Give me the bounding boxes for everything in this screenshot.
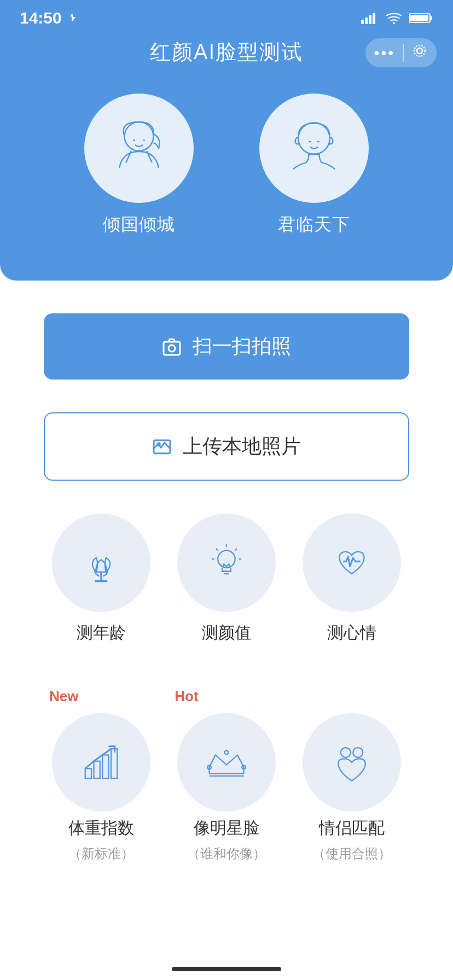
feature-bmi[interactable]: New 体重指数 （新标准） (44, 688, 158, 862)
svg-rect-0 (361, 20, 364, 24)
mood-label: 测心情 (327, 622, 376, 644)
flower-icon (77, 538, 126, 587)
female-avatar (84, 94, 194, 203)
bmi-icon-circle (52, 713, 150, 812)
svg-rect-1 (365, 18, 368, 24)
hero-male[interactable]: 君临天下 (259, 94, 369, 237)
status-icons (361, 12, 433, 24)
mood-icon-circle (303, 514, 401, 612)
feature-age[interactable]: 测年龄 (44, 514, 158, 644)
female-figure-icon (106, 115, 172, 181)
star-label: 像明星脸 (194, 817, 259, 839)
upload-btn-icon (152, 437, 172, 457)
camera-icon (411, 43, 428, 59)
battery-icon (409, 12, 433, 24)
camera-btn-icon (162, 337, 182, 357)
crown-icon (202, 738, 251, 787)
svg-point-13 (298, 122, 330, 154)
hero-section: 倾国倾城 君临天下 (0, 83, 453, 264)
svg-point-18 (169, 345, 175, 352)
male-avatar (259, 94, 369, 203)
curve-separator (0, 264, 453, 281)
feature-beauty[interactable]: 测颜值 (169, 514, 283, 644)
svg-point-9 (414, 45, 425, 56)
couple-label: 情侣匹配 (319, 817, 385, 839)
scan-button[interactable]: 扫一扫拍照 (44, 313, 409, 380)
time-label: 14:50 (20, 9, 62, 27)
header-actions[interactable]: ••• (365, 38, 437, 67)
svg-point-8 (417, 48, 422, 54)
wifi-icon (386, 12, 402, 24)
star-sublabel: （谁和你像） (187, 845, 266, 862)
feature-row-1: 测年龄 测颜值 (44, 514, 409, 644)
hero-female[interactable]: 倾国倾城 (84, 94, 194, 237)
svg-rect-3 (373, 13, 375, 24)
couple-sublabel: （使用合照） (312, 845, 391, 862)
svg-point-34 (225, 751, 229, 755)
feature-couple[interactable]: 情侣匹配 （使用合照） (295, 688, 409, 862)
beauty-icon-circle (177, 514, 276, 612)
more-icon[interactable]: ••• (374, 44, 404, 62)
male-figure-icon (281, 115, 347, 181)
beauty-label: 测颜值 (202, 622, 251, 644)
status-bar: 14:50 (0, 0, 453, 33)
upload-button[interactable]: 上传本地照片 (44, 412, 409, 481)
chart-icon (77, 738, 126, 787)
couple-heart-icon (327, 738, 376, 787)
svg-rect-7 (410, 15, 428, 21)
home-indicator (172, 967, 281, 971)
age-icon-circle (52, 514, 150, 612)
female-label: 倾国倾城 (103, 213, 175, 237)
svg-rect-30 (94, 761, 100, 779)
signal-icon (361, 12, 379, 24)
svg-point-20 (158, 443, 160, 446)
page-title: 红颜AI脸型测试 (150, 38, 303, 66)
status-time: 14:50 (20, 9, 78, 27)
app-header: 红颜AI脸型测试 ••• (0, 33, 453, 83)
svg-point-37 (341, 748, 351, 757)
badge-hot: Hot (169, 688, 198, 708)
feature-row-2: New 体重指数 （新标准） Hot (44, 688, 409, 862)
scan-label: 扫一扫拍照 (193, 333, 291, 360)
badge-new: New (44, 688, 78, 708)
bulb-icon (202, 538, 251, 587)
svg-point-21 (218, 551, 235, 568)
star-icon-circle (177, 713, 276, 812)
upload-label: 上传本地照片 (183, 433, 301, 460)
couple-icon-circle (303, 713, 401, 812)
svg-rect-2 (369, 15, 371, 24)
svg-rect-17 (164, 342, 180, 355)
scan-icon[interactable] (404, 43, 428, 63)
location-icon (66, 12, 78, 24)
bmi-sublabel: （新标准） (68, 845, 134, 862)
svg-rect-6 (430, 16, 432, 20)
main-content: 扫一扫拍照 上传本地照片 (0, 281, 453, 884)
male-label: 君临天下 (278, 213, 350, 237)
heart-monitor-icon (327, 538, 376, 587)
svg-rect-29 (85, 768, 91, 778)
svg-line-25 (216, 549, 218, 550)
svg-point-4 (393, 22, 395, 24)
feature-star[interactable]: Hot 像明星脸 （谁和你像） (169, 688, 283, 862)
age-label: 测年龄 (77, 622, 126, 644)
svg-line-26 (235, 549, 237, 550)
svg-point-38 (353, 748, 363, 757)
svg-rect-31 (102, 755, 108, 779)
svg-rect-32 (111, 749, 117, 778)
bmi-label: 体重指数 (68, 817, 134, 839)
feature-mood[interactable]: 测心情 (295, 514, 409, 644)
